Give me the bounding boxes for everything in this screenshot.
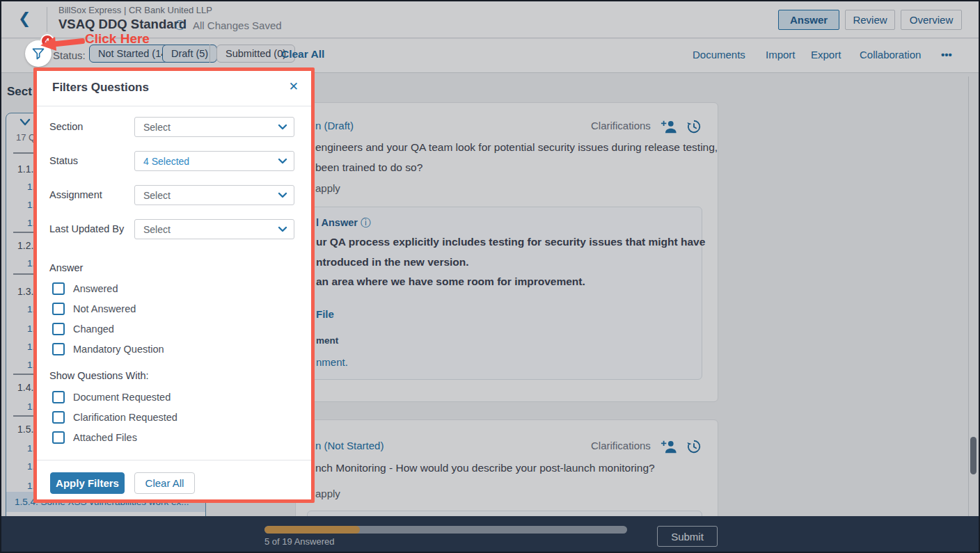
assignment-field-label: Assignment (49, 189, 102, 200)
assignment-select-value: Select (143, 190, 171, 201)
last-updated-by-select[interactable]: Select (134, 219, 294, 239)
click-here-annotation: Click Here (85, 31, 150, 47)
click-here-arrow (40, 33, 85, 53)
checkbox-label: Not Answered (73, 303, 136, 314)
checkbox-label: Changed (73, 323, 114, 335)
show-questions-group-label: Show Questions With: (49, 370, 149, 381)
checkbox-icon (52, 391, 65, 403)
chevron-down-icon (278, 226, 287, 233)
status-select[interactable]: 4 Selected (134, 151, 294, 171)
checkbox-icon (52, 411, 65, 424)
last-updated-by-field-label: Last Updated By (49, 223, 124, 234)
checkbox-label: Answered (73, 283, 118, 294)
checkbox-icon (52, 323, 65, 335)
checkbox-icon (52, 303, 65, 315)
checkbox-icon (52, 282, 65, 295)
last-updated-by-select-value: Select (143, 224, 171, 235)
chevron-down-icon (278, 158, 287, 165)
filters-modal: Filters Questions ✕ Section Select Statu… (33, 67, 315, 503)
modal-footer-divider (37, 460, 311, 460)
close-icon[interactable]: ✕ (289, 79, 299, 94)
modal-title: Filters Questions (52, 81, 149, 95)
chevron-down-icon (278, 192, 287, 199)
section-select[interactable]: Select (134, 117, 294, 137)
checkbox-label: Document Requested (73, 392, 171, 403)
modal-divider (37, 106, 311, 106)
checkbox-label: Attached Files (73, 432, 137, 443)
status-field-label: Status (49, 155, 78, 166)
chevron-down-icon (278, 124, 287, 131)
checkbox-icon (52, 431, 65, 444)
apply-filters-button[interactable]: Apply Filters (50, 472, 125, 494)
checkbox-icon (52, 343, 65, 355)
section-field-label: Section (49, 121, 83, 132)
answer-group-label: Answer (49, 262, 83, 273)
checkbox-label: Mandatory Question (73, 344, 164, 355)
modal-clear-all-button[interactable]: Clear All (134, 472, 195, 494)
section-select-value: Select (143, 122, 171, 133)
assignment-select[interactable]: Select (134, 185, 294, 205)
checkbox-label: Clarification Requested (73, 412, 177, 423)
status-select-value: 4 Selected (143, 156, 189, 167)
